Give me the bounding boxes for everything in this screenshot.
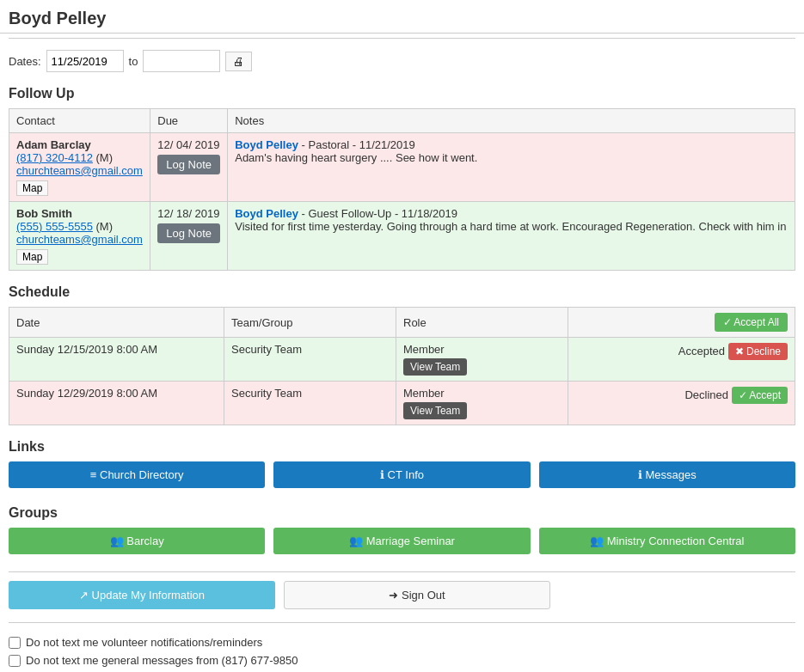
phone-type: (M) xyxy=(96,151,114,164)
date-to-input[interactable] xyxy=(143,50,220,72)
follow-up-table: Contact Due Notes Adam Barclay (817) 320… xyxy=(9,108,795,271)
link-button[interactable]: ℹ CT Info xyxy=(273,461,530,488)
status-label: Declined xyxy=(684,388,728,401)
due-cell: 12/ 04/ 2019 Log Note xyxy=(150,133,228,202)
contact-cell: Bob Smith (555) 555-5555 (M) churchteams… xyxy=(9,202,150,271)
update-info-button[interactable]: ↗ Update My Information xyxy=(9,581,275,609)
dates-bar: Dates: to 🖨 xyxy=(0,43,804,79)
groups-section: Groups 👥 Barclay👥 Marriage Seminar👥 Mini… xyxy=(0,501,804,567)
note-body: Visited for first time yesterday. Going … xyxy=(235,220,788,233)
note-body: Adam's having heart surgery .... See how… xyxy=(235,151,788,164)
schedule-date: Sunday 12/15/2019 8:00 AM xyxy=(9,338,224,382)
phone-type: (M) xyxy=(96,220,114,233)
accept-button[interactable]: ✓ Accept xyxy=(732,387,788,404)
log-note-button[interactable]: Log Note xyxy=(157,223,220,243)
schedule-date: Sunday 12/29/2019 8:00 AM xyxy=(9,382,224,425)
checkbox-label-1: Do not text me general messages from (81… xyxy=(26,654,298,667)
map-button[interactable]: Map xyxy=(16,249,48,265)
map-button[interactable]: Map xyxy=(16,180,48,196)
schedule-role: Member View Team xyxy=(396,382,568,425)
dates-to-separator: to xyxy=(129,55,138,68)
note-header: Boyd Pelley - Pastoral - 11/21/2019 xyxy=(235,138,788,151)
notes-cell: Boyd Pelley - Guest Follow-Up - 11/18/20… xyxy=(228,202,795,271)
col-notes: Notes xyxy=(228,109,795,133)
note-suffix: - Pastoral - 11/21/2019 xyxy=(298,138,415,151)
decline-button[interactable]: ✖ Decline xyxy=(728,343,788,360)
view-team-button[interactable]: View Team xyxy=(403,402,467,419)
contact-phone[interactable]: (555) 555-5555 xyxy=(16,220,93,233)
page-title: Boyd Pelley xyxy=(9,9,795,28)
page-header: Boyd Pelley xyxy=(0,0,804,34)
checkbox-0[interactable] xyxy=(9,637,21,649)
checkbox-row: Do not text me volunteer notifications/r… xyxy=(9,636,795,649)
group-button[interactable]: 👥 Marriage Seminar xyxy=(273,528,530,554)
note-header: Boyd Pelley - Guest Follow-Up - 11/18/20… xyxy=(235,207,788,220)
note-link[interactable]: Boyd Pelley xyxy=(235,138,298,151)
notes-cell: Boyd Pelley - Pastoral - 11/21/2019 Adam… xyxy=(228,133,795,202)
schedule-status: Accepted ✖ Decline xyxy=(568,338,795,382)
sign-out-button[interactable]: ➜ Sign Out xyxy=(284,581,550,609)
contact-name: Bob Smith xyxy=(16,207,143,220)
col-contact: Contact xyxy=(9,109,150,133)
checkbox-label-0: Do not text me volunteer notifications/r… xyxy=(26,636,262,649)
col-due: Due xyxy=(150,109,228,133)
due-cell: 12/ 18/ 2019 Log Note xyxy=(150,202,228,271)
contact-email[interactable]: churchteams@gmail.com xyxy=(16,164,143,177)
groups-buttons-row: 👥 Barclay👥 Marriage Seminar👥 Ministry Co… xyxy=(9,528,795,554)
links-title: Links xyxy=(9,439,795,455)
col-actions: ✓ Accept All xyxy=(568,308,795,338)
note-suffix: - Guest Follow-Up - 11/18/2019 xyxy=(298,207,457,220)
schedule-title: Schedule xyxy=(9,284,795,300)
link-button[interactable]: ℹ Messages xyxy=(539,461,795,488)
view-team-button[interactable]: View Team xyxy=(403,358,467,376)
dates-label: Dates: xyxy=(9,55,41,68)
print-button[interactable]: 🖨 xyxy=(225,52,252,71)
follow-up-section: Follow Up Contact Due Notes Adam Barclay… xyxy=(0,79,804,278)
due-date: 12/ 04/ 2019 xyxy=(157,138,220,151)
col-role: Role xyxy=(396,308,568,338)
group-button[interactable]: 👥 Ministry Connection Central xyxy=(539,528,795,554)
role-label: Member xyxy=(403,343,561,356)
groups-title: Groups xyxy=(9,505,795,521)
col-team: Team/Group xyxy=(224,308,396,338)
schedule-role: Member View Team xyxy=(396,338,568,382)
follow-up-title: Follow Up xyxy=(9,86,795,101)
due-date: 12/ 18/ 2019 xyxy=(157,207,220,220)
checkbox-row: Do not text me general messages from (81… xyxy=(9,654,795,667)
group-button[interactable]: 👥 Barclay xyxy=(9,528,265,554)
contact-phone[interactable]: (817) 320-4112 xyxy=(16,151,93,164)
table-row: Bob Smith (555) 555-5555 (M) churchteams… xyxy=(9,202,795,271)
contact-email[interactable]: churchteams@gmail.com xyxy=(16,233,143,246)
schedule-team: Security Team xyxy=(224,382,396,425)
schedule-section: Schedule Date Team/Group Role ✓ Accept A… xyxy=(0,278,804,432)
table-row: Sunday 12/29/2019 8:00 AM Security Team … xyxy=(9,382,795,425)
status-label: Accepted xyxy=(678,345,725,357)
date-from-input[interactable] xyxy=(46,50,124,72)
checkbox-1[interactable] xyxy=(9,655,21,667)
col-date: Date xyxy=(9,308,224,338)
links-section: Links ≡ Church Directoryℹ CT Infoℹ Messa… xyxy=(0,432,804,501)
links-buttons-row: ≡ Church Directoryℹ CT Infoℹ Messages xyxy=(9,461,795,488)
bottom-actions-row: ↗ Update My Information ➜ Sign Out xyxy=(0,577,804,618)
role-label: Member xyxy=(403,387,561,400)
contact-cell: Adam Barclay (817) 320-4112 (M) churchte… xyxy=(9,133,150,202)
schedule-team: Security Team xyxy=(224,338,396,382)
note-link[interactable]: Boyd Pelley xyxy=(235,207,298,220)
checkboxes-section: Do not text me volunteer notifications/r… xyxy=(0,627,804,672)
schedule-table: Date Team/Group Role ✓ Accept All Sunday… xyxy=(9,307,795,425)
schedule-status: Declined ✓ Accept xyxy=(568,382,795,425)
log-note-button[interactable]: Log Note xyxy=(157,155,220,174)
table-row: Adam Barclay (817) 320-4112 (M) churchte… xyxy=(9,133,795,202)
link-button[interactable]: ≡ Church Directory xyxy=(9,461,265,488)
accept-all-button[interactable]: ✓ Accept All xyxy=(715,313,788,332)
table-row: Sunday 12/15/2019 8:00 AM Security Team … xyxy=(9,338,795,382)
contact-name: Adam Barclay xyxy=(16,138,143,151)
